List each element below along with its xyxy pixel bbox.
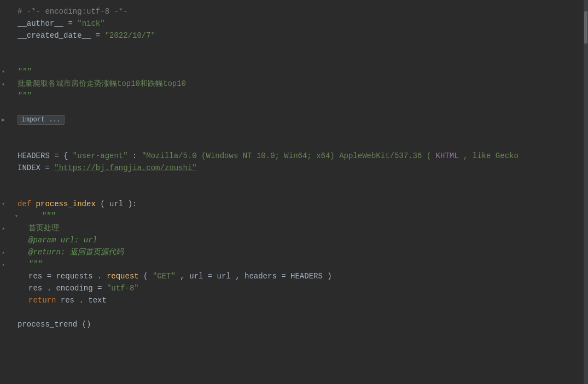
gutter-22: ▴: [0, 261, 15, 267]
comma-1: ,: [180, 272, 189, 281]
equals-url: =: [208, 272, 212, 281]
line-content-17: def process_index ( url ):: [15, 200, 584, 208]
fold-icon-import[interactable]: ▶: [0, 117, 7, 123]
res-encoding-var: res: [28, 284, 42, 293]
inner-chinese: 首页处理: [28, 224, 59, 232]
func-name: process_index: [36, 200, 96, 208]
line-content-18: """: [28, 212, 584, 220]
docstring-open: """: [18, 67, 31, 76]
equals-2: =: [96, 31, 105, 40]
equals-encoding: =: [97, 284, 107, 293]
return-keyword: return: [28, 296, 61, 305]
line-content-3: __created_date__ = "2022/10/7": [15, 31, 584, 40]
line-2: __author__ = "nick": [0, 18, 588, 30]
headers-var: HEADERS: [18, 152, 50, 160]
fold-icon-inner-doc[interactable]: ▾: [13, 213, 20, 219]
next-func-name: process_trend: [18, 320, 77, 329]
line-content-7: 批量爬取各城市房价走势涨幅top10和跌幅top10: [15, 79, 584, 89]
res-text: res: [61, 296, 74, 305]
colon-headers: :: [132, 152, 137, 160]
inner-docstring-open: """: [42, 212, 55, 220]
def-keyword: def: [18, 200, 36, 208]
scrollbar[interactable]: [584, 0, 588, 384]
headers-value: "Mozilla/5.0 (Windows NT 10.0; Win64; x6…: [142, 152, 431, 160]
line-3: __created_date__ = "2022/10/7": [0, 30, 588, 42]
comment-encoding: # -*- encoding:utf-8 -*-: [18, 7, 128, 16]
line-content-19: 首页处理: [15, 223, 584, 233]
inner-docstring-close: """: [28, 260, 42, 269]
line-content-20: @param url: url: [15, 236, 584, 245]
fold-icon-return[interactable]: ▴: [0, 249, 7, 255]
line-content-22: """: [15, 260, 584, 269]
var-created-date: __created_date__: [18, 31, 91, 40]
paren-req-close: ): [327, 272, 331, 281]
val-author: "nick": [77, 19, 104, 28]
requests-module: requests: [56, 272, 92, 281]
encoding-attr: encoding: [56, 284, 92, 293]
gutter-17: ▾: [0, 201, 15, 207]
chinese-docstring: 批量爬取各城市房价走势涨幅top10和跌幅top10: [18, 79, 186, 88]
line-8: """: [0, 90, 588, 102]
gutter-7: ▴: [0, 80, 15, 87]
line-17: ▾ def process_index ( url ):: [0, 198, 588, 210]
gutter-18: ▾: [13, 213, 28, 219]
line-1: # -*- encoding:utf-8 -*-: [0, 5, 588, 18]
request-method: request: [107, 272, 139, 281]
var-author: __author__: [18, 19, 63, 28]
line-22: ▴ """: [0, 258, 588, 270]
blank-16: [0, 186, 588, 198]
index-var: INDEX: [18, 164, 40, 172]
blank-5: [0, 54, 588, 66]
line-content-2: __author__ = "nick": [15, 19, 584, 28]
line-content-1: # -*- encoding:utf-8 -*-: [15, 7, 584, 16]
docstring-close: """: [18, 91, 31, 100]
next-paren: (): [82, 320, 91, 329]
text-attr: text: [88, 296, 107, 305]
comma-2: ,: [235, 272, 244, 281]
dot-3: .: [79, 296, 83, 305]
gutter-21: ▴: [0, 249, 15, 255]
line-content-6: """: [15, 67, 584, 76]
import-collapsed[interactable]: import ...: [18, 115, 65, 125]
url-param: url: [189, 272, 203, 281]
line-10: ▶ import ...: [0, 114, 588, 126]
utf8-val: "utf-8": [107, 284, 139, 293]
line-13: HEADERS = { "user-agent" : "Mozilla/5.0 …: [0, 150, 588, 162]
gutter-6: ▾: [0, 68, 15, 75]
fold-icon-chinese[interactable]: ▴: [0, 80, 7, 87]
fold-icon-func[interactable]: ▾: [0, 201, 7, 207]
line-content-25: return res . text: [15, 296, 584, 305]
paren-req-open: (: [143, 272, 148, 281]
line-27: process_trend (): [0, 318, 588, 330]
equals-headers-param: =: [281, 272, 286, 281]
line-content-23: res = requests . request ( "GET" , url =…: [15, 272, 584, 281]
line-23: res = requests . request ( "GET" , url =…: [0, 270, 588, 282]
khtml-text: KHTML: [436, 152, 459, 160]
brace-open: {: [63, 152, 68, 160]
method-get: "GET": [153, 272, 176, 281]
fold-icon-docstring[interactable]: ▾: [0, 68, 7, 75]
line-content-10: import ...: [15, 115, 584, 125]
line-content-8: """: [15, 91, 584, 100]
blank-26: [0, 306, 588, 318]
code-editor: # -*- encoding:utf-8 -*- __author__ = "n…: [0, 0, 588, 384]
line-19: ▴ 首页处理: [0, 222, 588, 234]
line-24: res . encoding = "utf-8": [0, 282, 588, 294]
line-21: ▴ @return: 返回首页源代码: [0, 246, 588, 258]
equals-headers: =: [54, 152, 63, 160]
line-content-24: res . encoding = "utf-8": [15, 284, 584, 293]
url-arg: url: [217, 272, 231, 281]
paren-close: ):: [128, 200, 137, 208]
param-url: url: [109, 200, 123, 208]
blank-9: [0, 102, 588, 114]
line-content-14: INDEX = "https://bj.fangjia.com/zoushi": [15, 164, 584, 172]
headers-arg: HEADERS: [290, 272, 323, 281]
line-6: ▾ """: [0, 66, 588, 78]
headers-key: "user-agent": [73, 152, 128, 160]
gutter-10: ▶: [0, 117, 15, 123]
blank-4: [0, 42, 588, 54]
fold-icon-inner-chinese[interactable]: ▴: [0, 225, 7, 231]
equals-res: =: [47, 272, 56, 281]
fold-icon-doc-close[interactable]: ▴: [0, 261, 7, 267]
scrollbar-thumb[interactable]: [584, 11, 587, 44]
